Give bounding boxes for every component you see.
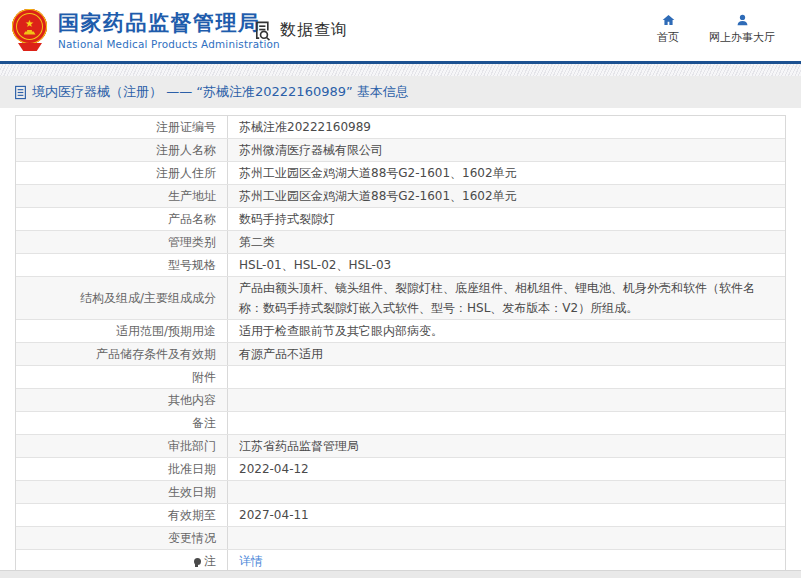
row-value: 产品由额头顶杆、镜头组件、裂隙灯柱、底座组件、相机组件、锂电池、机身外壳和软件（… — [228, 277, 785, 319]
agency-subtitle: National Medical Products Administration — [58, 38, 280, 50]
row-label: 备注 — [16, 412, 228, 434]
row-label: 其他内容 — [16, 389, 228, 411]
row-label: 注册人名称 — [16, 139, 228, 161]
row-value: 苏械注准20222160989 — [228, 116, 785, 138]
document-icon — [14, 85, 27, 100]
row-label-text: 注 — [204, 551, 216, 571]
table-row: 注册证编号苏械注准20222160989 — [16, 116, 785, 139]
row-value-text: 2027-04-11 — [239, 505, 309, 525]
table-row: 备注 — [16, 412, 785, 435]
detail-link[interactable]: 详情 — [239, 551, 263, 571]
row-label-text: 结构及组成/主要组成成分 — [80, 288, 216, 308]
row-label-text: 注册人名称 — [156, 140, 216, 160]
row-label-text: 批准日期 — [168, 459, 216, 479]
row-label-text: 型号规格 — [168, 255, 216, 275]
nav-home[interactable]: 首页 — [657, 13, 679, 45]
row-value-text: 适用于检查眼前节及其它眼内部病变。 — [239, 321, 443, 341]
row-value: 苏州工业园区金鸡湖大道88号G2-1601、1602单元 — [228, 185, 785, 207]
hatched-strip — [0, 64, 801, 76]
row-label-text: 管理类别 — [168, 232, 216, 252]
table-row: 批准日期2022-04-12 — [16, 458, 785, 481]
row-value: 2022-04-12 — [228, 458, 785, 480]
row-value-text: 有源产品不适用 — [239, 344, 323, 364]
home-icon — [661, 13, 676, 27]
breadcrumb: 境内医疗器械（注册） —— “苏械注准20222160989” 基本信息 — [0, 76, 801, 108]
table-row: 产品储存条件及有效期有源产品不适用 — [16, 343, 785, 366]
document-search-icon — [252, 19, 275, 42]
table-row: 审批部门江苏省药品监督管理局 — [16, 435, 785, 458]
row-value: 苏州工业园区金鸡湖大道88号G2-1601、1602单元 — [228, 162, 785, 184]
emblem-circle-icon: ★ — [12, 9, 47, 44]
row-value — [228, 527, 785, 549]
row-label-text: 注册人住所 — [156, 163, 216, 183]
table-row: 有效期至2027-04-11 — [16, 504, 785, 527]
row-value-text: 苏州工业园区金鸡湖大道88号G2-1601、1602单元 — [239, 163, 517, 183]
nav-online-hall-label: 网上办事大厅 — [709, 30, 775, 45]
row-label: 审批部门 — [16, 435, 228, 457]
row-value-text: 苏械注准20222160989 — [239, 117, 371, 137]
footer-strip — [0, 570, 801, 578]
user-icon — [735, 13, 750, 27]
nav-online-hall[interactable]: 网上办事大厅 — [709, 13, 775, 45]
row-label-text: 生效日期 — [168, 482, 216, 502]
emblem-ribbon — [18, 43, 42, 51]
row-label: 注册证编号 — [16, 116, 228, 138]
row-label-text: 产品储存条件及有效期 — [96, 344, 216, 364]
row-value: 第二类 — [228, 231, 785, 253]
row-label-text: 有效期至 — [168, 505, 216, 525]
table-row: 注册人名称苏州微清医疗器械有限公司 — [16, 139, 785, 162]
row-value-text: 第二类 — [239, 232, 275, 252]
nav-data-query[interactable]: 数据查询 — [252, 19, 348, 42]
national-emblem-logo: ★ — [12, 9, 48, 59]
row-label: 批准日期 — [16, 458, 228, 480]
row-value: 苏州微清医疗器械有限公司 — [228, 139, 785, 161]
star-icon: ★ — [25, 19, 34, 29]
row-label: 管理类别 — [16, 231, 228, 253]
row-label: 有效期至 — [16, 504, 228, 526]
table-row: 适用范围/预期用途适用于检查眼前节及其它眼内部病变。 — [16, 320, 785, 343]
row-label: 结构及组成/主要组成成分 — [16, 277, 228, 319]
table-row: 产品名称数码手持式裂隙灯 — [16, 208, 785, 231]
row-label: 产品名称 — [16, 208, 228, 230]
agency-title-block: 国家药品监督管理局 National Medical Products Admi… — [58, 11, 280, 50]
row-label-text: 变更情况 — [168, 528, 216, 548]
table-row: 管理类别第二类 — [16, 231, 785, 254]
table-row: 注册人住所苏州工业园区金鸡湖大道88号G2-1601、1602单元 — [16, 162, 785, 185]
row-value-text: 数码手持式裂隙灯 — [239, 209, 335, 229]
row-value-text: 2022-04-12 — [239, 459, 309, 479]
row-value: HSL-01、HSL-02、HSL-03 — [228, 254, 785, 276]
row-label: 生效日期 — [16, 481, 228, 503]
table-row: 生效日期 — [16, 481, 785, 504]
registration-info-table: 注册证编号苏械注准20222160989注册人名称苏州微清医疗器械有限公司注册人… — [15, 115, 786, 574]
row-label-text: 产品名称 — [168, 209, 216, 229]
table-row: 型号规格HSL-01、HSL-02、HSL-03 — [16, 254, 785, 277]
table-row: 附件 — [16, 366, 785, 389]
row-value-text: HSL-01、HSL-02、HSL-03 — [239, 255, 391, 275]
row-label: 型号规格 — [16, 254, 228, 276]
row-value — [228, 366, 785, 388]
row-label-text: 适用范围/预期用途 — [116, 321, 216, 341]
agency-title: 国家药品监督管理局 — [58, 11, 280, 35]
table-row: 其他内容 — [16, 389, 785, 412]
table-row: 结构及组成/主要组成成分产品由额头顶杆、镜头组件、裂隙灯柱、底座组件、相机组件、… — [16, 277, 785, 320]
row-label: 生产地址 — [16, 185, 228, 207]
row-value: 数码手持式裂隙灯 — [228, 208, 785, 230]
row-label: 附件 — [16, 366, 228, 388]
row-value-text: 江苏省药品监督管理局 — [239, 436, 359, 456]
nav-data-query-label: 数据查询 — [280, 20, 348, 41]
row-label: 注册人住所 — [16, 162, 228, 184]
page: ★ 国家药品监督管理局 National Medical Products Ad… — [0, 0, 801, 578]
row-value: 有源产品不适用 — [228, 343, 785, 365]
row-value: 2027-04-11 — [228, 504, 785, 526]
site-header: ★ 国家药品监督管理局 National Medical Products Ad… — [0, 0, 801, 61]
row-value-text: 苏州微清医疗器械有限公司 — [239, 140, 383, 160]
row-value: 适用于检查眼前节及其它眼内部病变。 — [228, 320, 785, 342]
tiananmen-icon — [24, 30, 36, 35]
row-label-text: 附件 — [192, 367, 216, 387]
row-label-text: 其他内容 — [168, 390, 216, 410]
row-value-text: 产品由额头顶杆、镜头组件、裂隙灯柱、底座组件、相机组件、锂电池、机身外壳和软件（… — [239, 278, 771, 318]
table-row: 生产地址苏州工业园区金鸡湖大道88号G2-1601、1602单元 — [16, 185, 785, 208]
row-value — [228, 481, 785, 503]
row-value — [228, 412, 785, 434]
row-label: 产品储存条件及有效期 — [16, 343, 228, 365]
